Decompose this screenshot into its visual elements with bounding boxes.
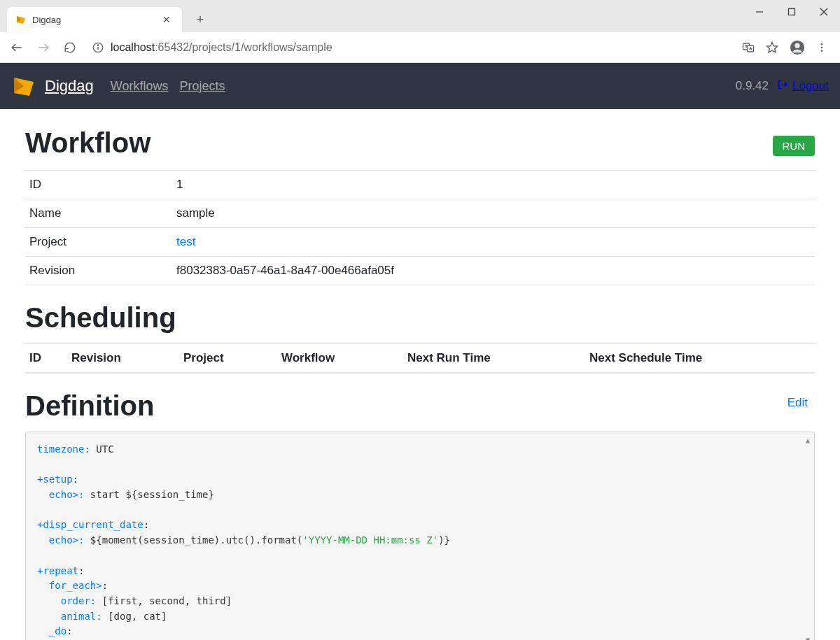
brand-link[interactable]: Digdag <box>45 77 94 95</box>
url-text: localhost:65432/projects/1/workflows/sam… <box>111 41 332 54</box>
col-next-schedule: Next Schedule Time <box>585 344 815 374</box>
browser-tab[interactable]: Digdag ✕ <box>7 7 182 32</box>
tab-close-icon[interactable]: ✕ <box>160 13 174 27</box>
page-content: Workflow RUN ID 1 Name sample Project te… <box>0 109 840 640</box>
forward-button[interactable] <box>34 38 53 57</box>
nav-workflows[interactable]: Workflows <box>111 79 169 94</box>
bookmark-star-icon[interactable] <box>766 41 778 54</box>
digdag-favicon <box>15 14 27 25</box>
svg-marker-9 <box>767 42 778 52</box>
row-value: sample <box>172 199 815 228</box>
svg-point-12 <box>821 43 823 45</box>
workflow-heading: Workflow <box>25 127 150 159</box>
browser-menu-icon[interactable] <box>816 42 827 53</box>
table-row: Name sample <box>25 199 815 228</box>
table-row: Revision f8032383-0a57-46a1-8a47-00e466a… <box>25 257 815 285</box>
window-maximize-button[interactable] <box>776 0 808 24</box>
svg-point-11 <box>794 43 799 48</box>
run-button[interactable]: RUN <box>773 136 816 156</box>
translate-icon[interactable] <box>742 41 755 54</box>
version-text: 0.9.42 <box>736 79 769 93</box>
table-row: Project test <box>25 228 815 257</box>
new-tab-button[interactable]: + <box>190 10 210 29</box>
row-value: f8032383-0a57-46a1-8a47-00e466afa05f <box>172 257 815 285</box>
profile-avatar-icon[interactable] <box>790 40 805 55</box>
scroll-down-icon[interactable]: ▼ <box>806 634 810 641</box>
row-label: Name <box>25 199 172 228</box>
row-label: Revision <box>25 257 172 285</box>
col-workflow: Workflow <box>277 344 403 374</box>
col-revision: Revision <box>67 344 179 374</box>
scheduling-table: ID Revision Project Workflow Next Run Ti… <box>25 343 815 374</box>
logout-icon <box>777 79 788 94</box>
row-value: 1 <box>172 171 815 199</box>
svg-point-6 <box>97 45 98 45</box>
window-minimize-button[interactable] <box>743 0 776 24</box>
definition-heading: Definition <box>25 390 154 422</box>
svg-point-13 <box>821 46 823 48</box>
svg-rect-1 <box>789 9 795 15</box>
scroll-up-icon[interactable]: ▲ <box>806 435 810 446</box>
digdag-logo-icon <box>11 73 36 99</box>
nav-projects[interactable]: Projects <box>179 79 225 94</box>
workflow-detail-table: ID 1 Name sample Project test Revision f… <box>25 170 815 285</box>
edit-button[interactable]: Edit <box>780 392 815 414</box>
logout-link[interactable]: Logout <box>777 79 829 94</box>
definition-code-box[interactable]: timezone: UTC +setup: echo>: start ${ses… <box>25 432 815 640</box>
logout-label: Logout <box>792 79 829 93</box>
site-info-icon[interactable] <box>92 42 104 53</box>
app-navbar: Digdag Workflows Projects 0.9.42 Logout <box>0 63 840 109</box>
col-project: Project <box>179 344 277 374</box>
address-bar[interactable]: localhost:65432/projects/1/workflows/sam… <box>87 36 735 59</box>
col-id: ID <box>25 344 67 374</box>
browser-toolbar: localhost:65432/projects/1/workflows/sam… <box>0 32 840 63</box>
row-value: test <box>172 228 815 257</box>
col-next-run: Next Run Time <box>403 344 585 374</box>
row-label: ID <box>25 171 172 199</box>
tab-title: Digdag <box>32 15 61 25</box>
reload-button[interactable] <box>60 38 80 57</box>
project-link[interactable]: test <box>176 235 195 248</box>
table-row: ID 1 <box>25 171 815 199</box>
scheduling-heading: Scheduling <box>25 302 815 334</box>
window-close-button[interactable] <box>808 0 840 24</box>
svg-point-14 <box>821 50 823 52</box>
code-scrollbar[interactable]: ▲▼ <box>803 435 813 640</box>
back-button[interactable] <box>7 38 27 57</box>
row-label: Project <box>25 228 172 257</box>
window-title-bar: Digdag ✕ + <box>0 0 840 32</box>
